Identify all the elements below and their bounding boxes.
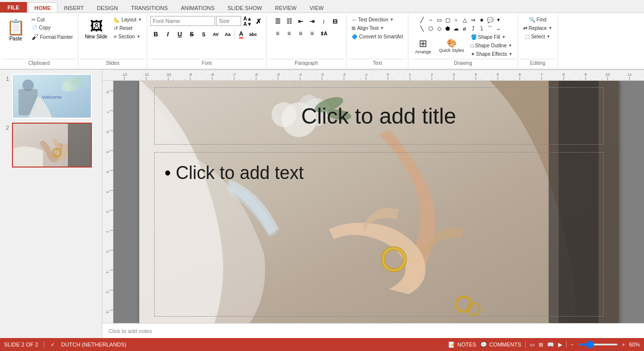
reset-button[interactable]: ↺ Reset [112,24,144,32]
numbering-button[interactable]: ☷ [284,16,295,27]
tab-animations[interactable]: ANIMATIONS [174,2,221,12]
slide-image-1[interactable]: Welcome [12,74,92,119]
decrease-font-button[interactable]: A▼ [242,21,253,26]
copy-button[interactable]: 📄 Copy [29,24,75,31]
shape-3[interactable]: ⬡ [427,24,435,32]
shape-callout[interactable]: 💬 [486,16,494,24]
align-text-button[interactable]: ⊞ Align Text ▼ [349,24,405,32]
character-spacing-button[interactable]: AV [210,29,221,40]
comments-button[interactable]: 💬 COMMENTS [480,342,521,348]
shape-2[interactable]: ╲ [418,24,426,32]
select-button[interactable]: ⬚ Select ▼ [523,33,553,40]
increase-indent-button[interactable]: ⇥ [307,16,318,27]
spelling-check-icon[interactable]: ✓ [50,342,55,348]
shape-6[interactable]: ☁ [452,24,460,32]
line-spacing-button[interactable]: ↕ [318,16,329,27]
italic-button[interactable]: I [162,29,173,40]
arrange-button[interactable]: ⊞ Arrange [411,35,434,57]
shape-outline-button[interactable]: □ Shape Outline ▼ [469,42,515,49]
increase-font-button[interactable]: A▲ [242,16,253,21]
slide-thumb-2[interactable]: 2 [2,123,100,168]
new-slide-button[interactable]: 🖼 New Slide [81,16,111,42]
justify-button[interactable]: ≡ [307,28,318,39]
shape-line[interactable]: ╱ [418,16,426,24]
shape-round-rect[interactable]: ▢ [444,16,452,24]
slide-thumb-1[interactable]: 1 [2,74,100,119]
shape-oval[interactable]: ○ [452,16,460,24]
quick-styles-button[interactable]: 🎨 Quick Styles [436,36,468,55]
tab-insert[interactable]: INSERT [57,2,90,12]
text-direction-group: ↔ Text Direction ▼ ⊞ Align Text ▼ 🔷 Conv… [346,14,408,68]
text-direction-button[interactable]: ⇕A [318,28,329,39]
cut-button[interactable]: ✂ Cut [29,16,75,23]
zoom-level-display[interactable]: 60% [629,342,640,348]
shape-fill-button[interactable]: 🪣 Shape Fill ▼ [469,33,515,41]
shape-triangle[interactable]: △ [461,16,469,24]
format-painter-button[interactable]: 🖌 Format Painter [29,32,75,42]
shape-arrow[interactable]: → [427,16,435,24]
content-placeholder[interactable]: • Click to add text [154,152,604,317]
tab-view[interactable]: VIEW [303,2,330,12]
underline-button[interactable]: U [174,29,185,40]
tab-design[interactable]: DESIGN [90,2,124,12]
zoom-slider[interactable] [578,344,618,346]
replace-button[interactable]: ⇄ Replace ▼ [521,24,555,32]
shape-right-arrow[interactable]: ⇒ [469,16,477,24]
font-size-input[interactable] [216,16,241,26]
font-color-button[interactable]: A [236,29,247,40]
find-button[interactable]: 🔍 Find [527,16,548,23]
tab-review[interactable]: REVIEW [269,2,303,12]
status-separator-2 [525,341,526,348]
reading-view-button[interactable]: 📖 [547,342,554,348]
slide-sorter-button[interactable]: ⊞ [539,342,543,348]
shadow-button[interactable]: S [198,29,209,40]
highlight-button[interactable]: abc [248,29,259,40]
text-direction-button-main[interactable]: ↔ Text Direction ▼ [349,16,405,23]
align-center-button[interactable]: ≡ [284,28,295,39]
bullets-button[interactable]: ☰ [272,16,283,27]
clear-format-button[interactable]: ✗ [254,16,263,27]
columns-button[interactable]: ⊟ [329,16,340,27]
tab-slideshow[interactable]: SLIDE SHOW [221,2,269,12]
shape-rect[interactable]: ▭ [435,16,443,24]
strikethrough-button[interactable]: S [186,29,197,40]
slide-canvas[interactable]: Click to add title • Click to add text [139,81,619,323]
bold-button[interactable]: B [150,29,161,40]
shape-10[interactable]: ⌒ [486,24,494,32]
convert-smartart-button[interactable]: 🔷 Convert to SmartArt [349,33,405,40]
slide-image-2[interactable] [12,123,92,168]
change-case-button[interactable]: Aa [222,29,233,40]
slideshow-button[interactable]: ▶ [558,342,562,348]
text-group-label: Text [348,59,406,67]
layout-button[interactable]: 📐 Layout ▼ [112,16,144,23]
shape-star[interactable]: ★ [478,16,486,24]
shape-more[interactable]: ▼ [495,16,503,24]
shape-7[interactable]: ⌀ [461,24,469,32]
tab-file[interactable]: FILE [0,2,27,12]
paste-button[interactable]: 📋 Paste [3,16,28,44]
align-right-button[interactable]: ≡ [295,28,306,39]
shape-9[interactable]: ⤵ [478,24,486,32]
shape-5[interactable]: ⬟ [444,24,452,32]
tab-transitions[interactable]: TRANSITIONS [124,2,174,12]
svg-text:1: 1 [409,72,411,77]
notes-button[interactable]: 📝 NOTES [448,342,476,348]
zoom-range-input[interactable] [578,344,618,346]
normal-view-button[interactable]: ▭ [530,342,535,348]
align-left-button[interactable]: ≡ [272,28,283,39]
notes-bar[interactable]: Click to add notes [102,323,644,338]
font-name-input[interactable] [150,16,215,26]
shape-4[interactable]: ◇ [435,24,443,32]
decrease-indent-button[interactable]: ⇤ [295,16,306,27]
tab-home[interactable]: HOME [28,2,57,12]
title-placeholder[interactable]: Click to add title [154,87,604,145]
zoom-out-button[interactable]: − [571,342,574,348]
section-button[interactable]: ≡ Section ▼ [112,33,144,40]
notes-icon: 📝 [448,342,455,348]
svg-text:2: 2 [106,211,109,213]
language-indicator[interactable]: DUTCH (NETHERLANDS) [61,342,126,348]
zoom-in-button[interactable]: + [622,342,625,348]
shape-11[interactable]: ⌣ [495,24,503,32]
shape-effects-button[interactable]: ✦ Shape Effects ▼ [469,50,515,58]
shape-8[interactable]: ⤴ [469,24,477,32]
